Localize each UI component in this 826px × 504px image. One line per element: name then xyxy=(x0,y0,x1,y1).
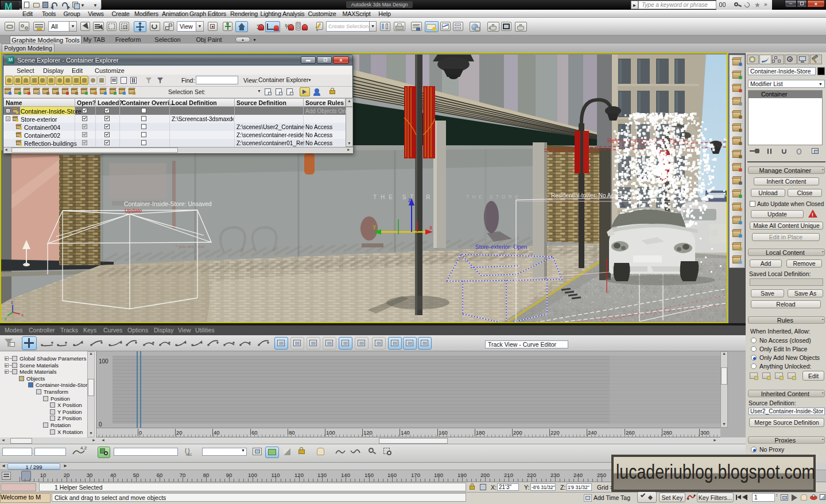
svg-text:THE STORE: THE STORE xyxy=(466,194,521,200)
svg-text:y: y xyxy=(373,223,376,230)
svg-text:y: y xyxy=(5,316,7,321)
svg-text:Container-Inside-Store: Unsave: Container-Inside-Store: Unsaved xyxy=(124,200,212,207)
svg-text:* you are here: * you are here xyxy=(176,244,205,249)
svg-text:Update: Update xyxy=(125,207,142,214)
svg-text:z: z xyxy=(11,300,13,305)
svg-text:Residential-tower: No Access: Residential-tower: No Access xyxy=(551,192,626,199)
svg-text:x: x xyxy=(429,224,432,231)
svg-text:Store-exterior: Open: Store-exterior: Open xyxy=(475,244,528,250)
svg-text:x: x xyxy=(21,312,24,317)
svg-text:z: z xyxy=(408,197,411,203)
